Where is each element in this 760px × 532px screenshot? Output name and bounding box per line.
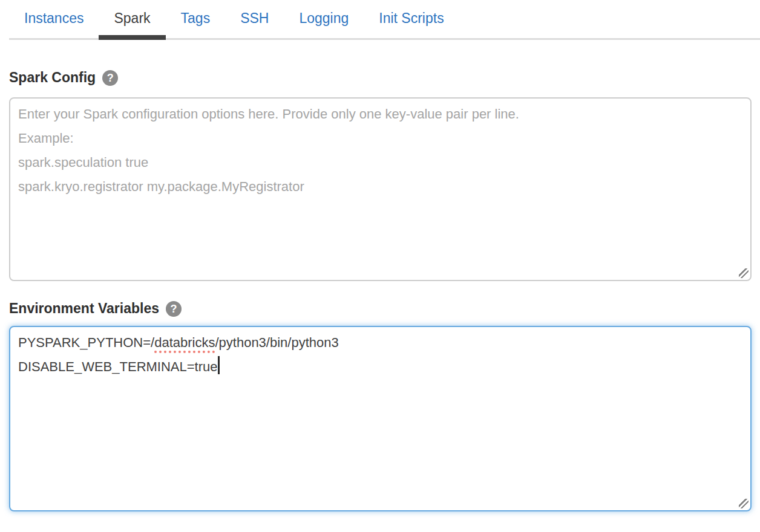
help-icon[interactable]: ? <box>102 70 118 86</box>
resize-handle-icon[interactable] <box>739 499 749 508</box>
env-line1-suffix: /python3/bin/python3 <box>215 335 338 350</box>
environment-variables-box: PYSPARK_PYTHON=/databricks/python3/bin/p… <box>9 326 752 511</box>
spark-config-label: Spark Config <box>9 70 96 86</box>
cluster-config-tabs: Instances Spark Tags SSH Logging Init Sc… <box>0 1 760 40</box>
spark-config-input[interactable] <box>9 97 752 281</box>
spark-config-section-label: Spark Config ? <box>9 69 752 86</box>
tab-logging[interactable]: Logging <box>284 1 364 40</box>
tab-init-scripts[interactable]: Init Scripts <box>364 1 459 40</box>
tab-spark[interactable]: Spark <box>99 1 165 40</box>
spark-config-box <box>9 97 752 281</box>
tab-tags[interactable]: Tags <box>166 1 226 40</box>
tab-ssh[interactable]: SSH <box>225 1 284 40</box>
env-line1-prefix: PYSPARK_PYTHON=/ <box>18 335 154 350</box>
environment-variables-input[interactable]: PYSPARK_PYTHON=/databricks/python3/bin/p… <box>9 326 752 511</box>
text-caret <box>218 356 220 374</box>
environment-variables-section-label: Environment Variables ? <box>9 300 752 317</box>
help-icon[interactable]: ? <box>166 301 182 317</box>
resize-handle-icon[interactable] <box>739 268 749 278</box>
env-line2: DISABLE_WEB_TERMINAL=true <box>18 359 218 374</box>
environment-variables-label: Environment Variables <box>9 300 159 317</box>
tab-instances[interactable]: Instances <box>9 1 99 40</box>
env-misspelled-word: databricks <box>154 335 215 350</box>
